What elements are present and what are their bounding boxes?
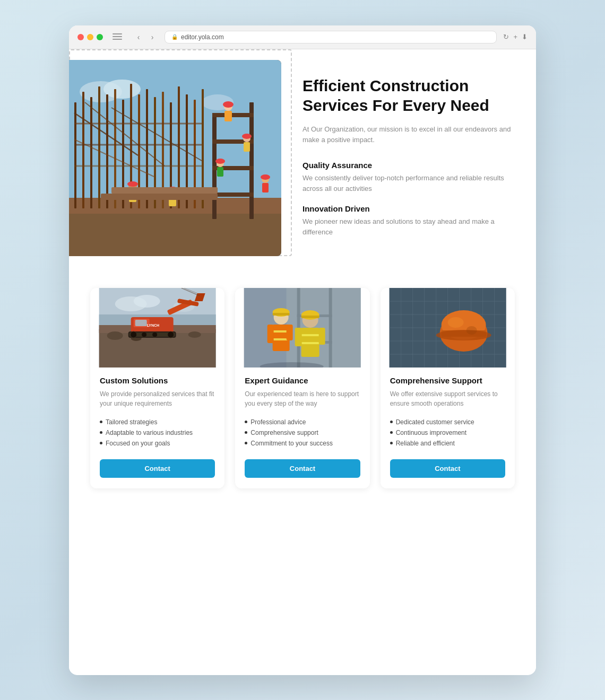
- svg-rect-94: [287, 325, 293, 340]
- sidebar-toggle-icon[interactable]: [113, 33, 122, 41]
- card-custom-solutions: LYNCH Custom Solutions We provide person…: [90, 288, 224, 488]
- list-item: Tailored strategies: [100, 417, 215, 427]
- maximize-button[interactable]: [97, 34, 103, 40]
- card-body-custom: Custom Solutions We provide personalized…: [90, 368, 224, 488]
- list-item: Reliable and efficient: [390, 438, 505, 449]
- card-list-expert: Professional advice Comprehensive suppor…: [245, 417, 360, 449]
- back-button[interactable]: ‹: [133, 31, 144, 43]
- svg-rect-47: [262, 183, 269, 192]
- card-list-support: Dedicated customer service Continuous im…: [390, 417, 505, 449]
- svg-point-124: [447, 317, 463, 328]
- hero-image-wrapper: [69, 60, 281, 256]
- url-text: editor.yola.com: [181, 33, 224, 41]
- svg-text:LYNCH: LYNCH: [147, 323, 159, 327]
- contact-button-support[interactable]: Contact: [390, 459, 505, 478]
- svg-rect-102: [319, 328, 325, 345]
- svg-rect-100: [301, 342, 319, 344]
- card-image-workers: [235, 288, 369, 368]
- svg-point-72: [142, 332, 147, 337]
- card-desc-support: We offer extensive support services to e…: [390, 389, 505, 408]
- card-title-support: Comprehensive Support: [390, 376, 505, 385]
- card-title-custom: Custom Solutions: [100, 376, 215, 385]
- card-comprehensive-support: Comprehensive Support We offer extensive…: [381, 288, 515, 488]
- svg-point-96: [301, 310, 319, 320]
- svg-point-40: [242, 134, 252, 139]
- svg-point-73: [152, 332, 158, 337]
- share-icon[interactable]: ↻: [503, 33, 509, 41]
- svg-rect-41: [244, 142, 250, 152]
- card-image-excavator: LYNCH: [90, 288, 224, 368]
- svg-rect-101: [295, 328, 302, 346]
- svg-rect-9: [98, 86, 100, 208]
- contact-button-custom[interactable]: Contact: [100, 459, 215, 478]
- svg-point-46: [261, 174, 270, 180]
- list-item: Dedicated customer service: [390, 417, 505, 427]
- svg-rect-97: [301, 316, 319, 318]
- svg-point-123: [436, 330, 491, 340]
- contact-button-expert[interactable]: Contact: [245, 459, 360, 478]
- svg-rect-55: [101, 194, 218, 200]
- svg-rect-84: [329, 288, 332, 368]
- svg-point-65: [188, 331, 201, 338]
- minimize-button[interactable]: [87, 34, 93, 40]
- traffic-lights: [77, 34, 103, 40]
- hero-image: [69, 60, 281, 256]
- card-desc-expert: Our experienced team is here to support …: [245, 389, 360, 408]
- svg-point-49: [127, 181, 138, 187]
- svg-rect-68: [135, 320, 147, 326]
- svg-rect-10: [106, 94, 108, 208]
- svg-rect-7: [82, 92, 84, 208]
- svg-point-59: [134, 295, 160, 308]
- card-expert-guidance: Expert Guidance Our experienced team is …: [235, 288, 369, 488]
- feature-quality-title: Quality Assurance: [302, 161, 515, 170]
- card-image-solar: [381, 288, 515, 368]
- close-button[interactable]: [77, 34, 84, 40]
- hero-subtitle: At Our Organization, our mission is to e…: [302, 124, 515, 146]
- svg-rect-35: [212, 192, 254, 197]
- svg-point-2: [103, 80, 141, 99]
- svg-point-74: [168, 331, 174, 338]
- svg-rect-93: [267, 325, 274, 343]
- hero-text: Efficient Construction Services For Ever…: [302, 65, 515, 248]
- browser-actions: ↻ + ⬇: [503, 33, 528, 41]
- list-item: Comprehensive support: [245, 427, 360, 438]
- svg-rect-44: [217, 167, 223, 177]
- feature-quality: Quality Assurance We consistently delive…: [302, 161, 515, 194]
- feature-innovation-desc: We pioneer new ideas and solutions to st…: [302, 216, 515, 237]
- lock-icon: 🔒: [171, 34, 178, 40]
- list-item: Adaptable to various industries: [100, 427, 215, 438]
- svg-point-63: [107, 331, 123, 340]
- browser-window: ‹ › 🔒 editor.yola.com ↻ + ⬇: [69, 25, 536, 675]
- card-desc-custom: We provide personalized services that fi…: [100, 389, 215, 408]
- list-item: Continuous improvement: [390, 427, 505, 438]
- svg-point-125: [466, 326, 477, 335]
- downloads-icon[interactable]: ⬇: [522, 33, 528, 41]
- svg-rect-38: [224, 111, 232, 121]
- card-body-support: Comprehensive Support We offer extensive…: [381, 368, 515, 488]
- svg-rect-99: [301, 334, 319, 336]
- svg-rect-32: [212, 113, 254, 117]
- svg-point-37: [223, 101, 234, 108]
- card-body-expert: Expert Guidance Our experienced team is …: [235, 368, 369, 488]
- cards-section: LYNCH Custom Solutions We provide person…: [90, 288, 515, 488]
- svg-rect-89: [273, 313, 290, 316]
- address-bar[interactable]: 🔒 editor.yola.com: [165, 31, 497, 43]
- svg-rect-54: [111, 187, 218, 194]
- svg-rect-8: [90, 97, 92, 208]
- svg-point-43: [215, 159, 225, 164]
- forward-button[interactable]: ›: [146, 31, 158, 43]
- feature-quality-desc: We consistently deliver top-notch perfor…: [302, 173, 515, 194]
- list-item: Professional advice: [245, 417, 360, 427]
- list-item: Focused on your goals: [100, 438, 215, 449]
- card-list-custom: Tailored strategies Adaptable to various…: [100, 417, 215, 449]
- hero-section: Efficient Construction Services For Ever…: [90, 65, 515, 256]
- svg-rect-6: [74, 102, 76, 208]
- hero-title: Efficient Construction Services For Ever…: [302, 76, 515, 116]
- new-tab-icon[interactable]: +: [513, 33, 517, 41]
- list-item: Commitment to your success: [245, 438, 360, 449]
- browser-chrome: ‹ › 🔒 editor.yola.com ↻ + ⬇: [69, 25, 536, 49]
- feature-innovation: Innovation Driven We pioneer new ideas a…: [302, 204, 515, 237]
- browser-content: Efficient Construction Services For Ever…: [69, 49, 536, 675]
- card-title-expert: Expert Guidance: [245, 376, 360, 385]
- feature-innovation-title: Innovation Driven: [302, 204, 515, 213]
